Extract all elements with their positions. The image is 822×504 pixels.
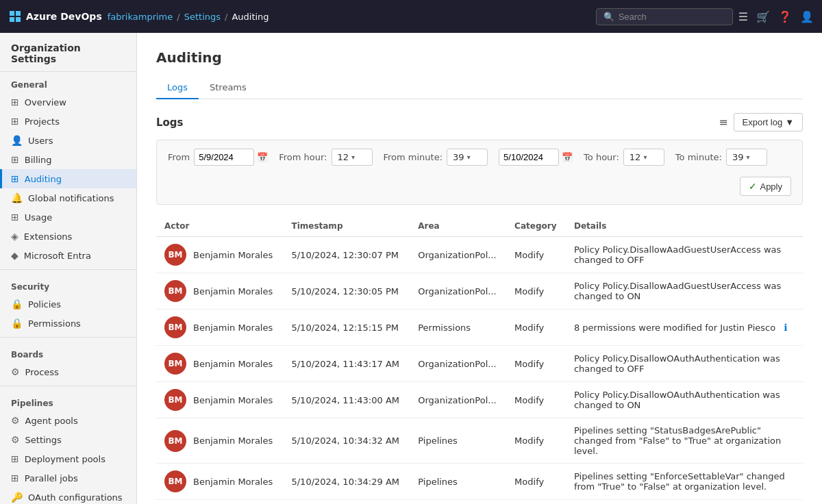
filter-to-minute-dropdown[interactable]: 39 ▾ <box>726 149 767 166</box>
actor-name-2: Benjamin Morales <box>193 323 273 333</box>
filter-to-date-input[interactable] <box>499 149 559 166</box>
sidebar-item-parallel-jobs[interactable]: ⊞ Parallel jobs <box>0 468 136 488</box>
area-cell-1: OrganizationPol... <box>410 273 506 310</box>
sidebar-item-billing-label: Billing <box>25 155 52 165</box>
category-cell-6: Modify <box>506 464 566 500</box>
export-log-button[interactable]: Export log ▼ <box>734 113 803 131</box>
process-icon: ⚙ <box>11 366 20 377</box>
auditing-icon: ⊞ <box>11 173 19 184</box>
svg-rect-1 <box>16 11 21 16</box>
help-icon[interactable]: ❓ <box>778 10 792 23</box>
user-settings-icon[interactable]: 👤 <box>800 10 814 23</box>
category-cell-5: Modify <box>506 418 566 464</box>
breadcrumb-org[interactable]: fabrikamprime <box>108 12 173 22</box>
app-name: Azure DevOps <box>26 11 102 22</box>
actor-cell-1: BM Benjamin Morales <box>156 273 283 310</box>
category-cell-1: Modify <box>506 273 566 310</box>
col-category: Category <box>506 216 566 237</box>
search-input[interactable] <box>619 12 725 22</box>
table-row: BM Benjamin Morales 5/10/2024, 12:30:07 … <box>156 237 803 273</box>
actor-avatar-3: BM <box>164 353 186 375</box>
sidebar-item-agent-pools-label: Agent pools <box>25 416 78 426</box>
sidebar-item-extensions[interactable]: ◈ Extensions <box>0 227 136 246</box>
col-details: Details <box>566 216 803 237</box>
sidebar-item-oauth-configurations-label: OAuth configurations <box>28 492 123 503</box>
search-bar[interactable]: 🔍 <box>596 8 733 25</box>
sidebar-item-agent-pools[interactable]: ⚙ Agent pools <box>0 411 136 430</box>
sidebar-item-microsoft-entra[interactable]: ◆ Microsoft Entra <box>0 246 136 265</box>
sidebar-item-users[interactable]: 👤 Users <box>0 131 136 150</box>
usage-icon: ⊞ <box>11 212 19 223</box>
sidebar-item-policies[interactable]: 🔒 Policies <box>0 294 136 314</box>
sidebar-item-permissions[interactable]: 🔒 Permissions <box>0 314 136 333</box>
sidebar-item-projects[interactable]: ⊞ Projects <box>0 112 136 131</box>
filter-to-hour-dropdown[interactable]: 12 ▾ <box>623 149 664 166</box>
filter-to-minute-label: To minute: <box>675 152 722 162</box>
sidebar-item-overview[interactable]: ⊞ Overview <box>0 92 136 112</box>
area-cell-6: Pipelines <box>410 464 506 500</box>
apply-button[interactable]: ✓ Apply <box>740 177 791 196</box>
sidebar-item-auditing[interactable]: ⊞ Auditing <box>0 169 136 188</box>
timestamp-cell-7: 5/10/2024, 10:34:28 AM <box>283 500 410 505</box>
filter-to-minute-group: To minute: 39 ▾ <box>675 149 767 166</box>
topbar: Azure DevOps fabrikamprime / Settings / … <box>0 0 822 33</box>
settings-icon: ⚙ <box>11 434 20 445</box>
info-icon-2[interactable]: ℹ <box>784 322 787 333</box>
filter-from-date-input[interactable] <box>194 149 254 166</box>
billing-icon: ⊞ <box>11 154 19 165</box>
filter-from-minute-dropdown[interactable]: 39 ▾ <box>447 149 488 166</box>
to-calendar-icon[interactable]: 📅 <box>562 152 573 162</box>
details-cell-1: Policy Policy.DisallowAadGuestUserAccess… <box>566 273 803 310</box>
sidebar-item-global-notifications[interactable]: 🔔 Global notifications <box>0 188 136 207</box>
actor-avatar-5: BM <box>164 430 186 452</box>
filter-icon[interactable]: ≡ <box>719 116 727 129</box>
filter-from-date: 📅 <box>194 149 268 166</box>
filter-to-hour-group: To hour: 12 ▾ <box>584 149 664 166</box>
breadcrumb-sep2: / <box>225 12 227 22</box>
table-row: BM Benjamin Morales 5/10/2024, 12:30:05 … <box>156 273 803 310</box>
actor-avatar-1: BM <box>164 280 186 302</box>
app-logo[interactable]: Azure DevOps <box>8 10 102 23</box>
col-area: Area <box>410 216 506 237</box>
agent-pools-icon: ⚙ <box>11 415 20 426</box>
category-cell-4: Modify <box>506 382 566 418</box>
actor-name-6: Benjamin Morales <box>193 477 273 487</box>
timestamp-cell-3: 5/10/2024, 11:43:17 AM <box>283 346 410 382</box>
sidebar-item-users-label: Users <box>28 136 53 146</box>
sidebar-title: Organization Settings <box>0 33 136 72</box>
from-hour-chevron-icon: ▾ <box>351 153 355 161</box>
notifications-icon[interactable]: ☰ <box>738 10 748 23</box>
sidebar-section-pipelines: Pipelines <box>0 390 136 411</box>
actor-avatar-6: BM <box>164 470 186 492</box>
main-layout: Organization Settings General ⊞ Overview… <box>0 33 822 504</box>
tab-streams[interactable]: Streams <box>199 77 258 99</box>
timestamp-cell-5: 5/10/2024, 10:34:32 AM <box>283 418 410 464</box>
deployment-pools-icon: ⊞ <box>11 453 19 464</box>
details-cell-6: Pipelines setting "EnforceSettableVar" c… <box>566 464 803 500</box>
tab-logs[interactable]: Logs <box>156 77 199 99</box>
from-calendar-icon[interactable]: 📅 <box>257 152 268 162</box>
sidebar-item-policies-label: Policies <box>28 299 61 310</box>
area-cell-4: OrganizationPol... <box>410 382 506 418</box>
log-section-header: Logs ≡ Export log ▼ <box>156 113 803 131</box>
table-row: BM Benjamin Morales 5/10/2024, 12:15:15 … <box>156 310 803 346</box>
filter-from-label: From <box>168 152 190 162</box>
filter-from-hour-dropdown[interactable]: 12 ▾ <box>332 149 373 166</box>
timestamp-cell-6: 5/10/2024, 10:34:29 AM <box>283 464 410 500</box>
breadcrumb: fabrikamprime / Settings / Auditing <box>108 12 269 22</box>
sidebar-item-usage[interactable]: ⊞ Usage <box>0 207 136 227</box>
breadcrumb-current: Auditing <box>232 12 269 22</box>
timestamp-cell-1: 5/10/2024, 12:30:05 PM <box>283 273 410 310</box>
sidebar-item-billing[interactable]: ⊞ Billing <box>0 150 136 169</box>
breadcrumb-settings[interactable]: Settings <box>184 12 221 22</box>
sidebar-item-settings[interactable]: ⚙ Settings <box>0 430 136 449</box>
table-row: BM Benjamin Morales 5/10/2024, 10:34:32 … <box>156 418 803 464</box>
sidebar-item-deployment-pools[interactable]: ⊞ Deployment pools <box>0 449 136 468</box>
sidebar-item-process[interactable]: ⚙ Process <box>0 362 136 381</box>
log-actions: ≡ Export log ▼ <box>719 113 803 131</box>
basket-icon[interactable]: 🛒 <box>756 10 770 23</box>
col-actor: Actor <box>156 216 283 237</box>
filter-from-hour-label: From hour: <box>279 152 327 162</box>
sidebar-item-oauth-configurations[interactable]: 🔑 OAuth configurations <box>0 488 136 504</box>
content-area: Auditing Logs Streams Logs ≡ Export log … <box>137 33 822 504</box>
